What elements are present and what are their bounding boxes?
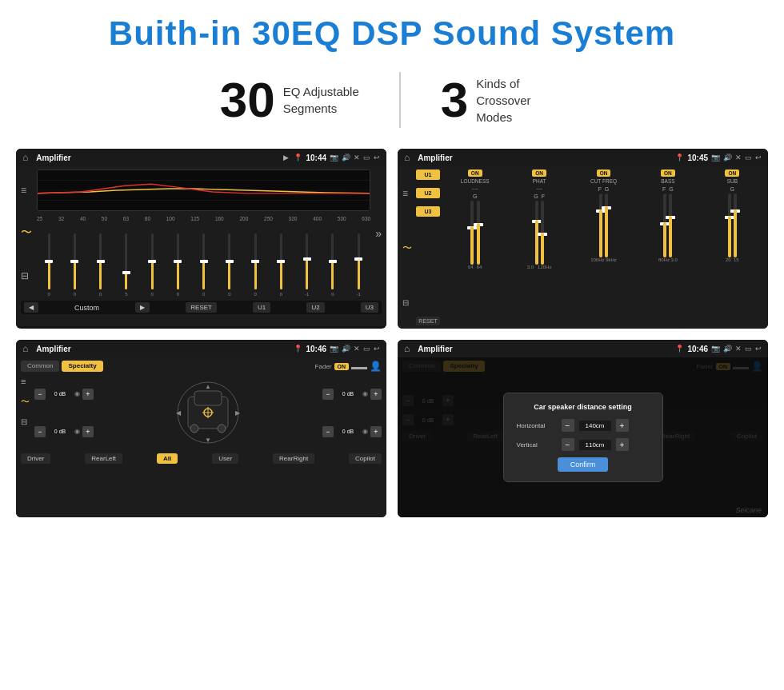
window-icon-3[interactable]: ▭ — [363, 345, 370, 353]
volume-down-icon[interactable]: ⊟ — [21, 270, 32, 281]
reset-btn[interactable]: RESET — [186, 302, 217, 313]
home-icon-3[interactable]: ⌂ — [22, 343, 28, 354]
u2-btn[interactable]: U2 — [306, 302, 324, 313]
phat-on-badge[interactable]: ON — [532, 170, 546, 177]
db-ctrl-left-top: − 0 dB ◉ + — [34, 389, 94, 400]
vertical-minus[interactable]: − — [562, 438, 574, 451]
eq-slider-4[interactable]: 0 — [140, 233, 164, 297]
cutfreq-slider1[interactable] — [599, 193, 602, 257]
cutfreq-on-badge[interactable]: ON — [597, 170, 611, 177]
back-icon-2[interactable]: ↩ — [755, 154, 762, 162]
btn-copilot-3[interactable]: Copilot — [349, 453, 382, 464]
eq-slider-12[interactable]: -1 — [346, 233, 370, 297]
sub-on-badge[interactable]: ON — [725, 170, 739, 177]
bass-on-badge[interactable]: ON — [661, 170, 675, 177]
db-plus-lb[interactable]: + — [82, 426, 94, 437]
stat-crossover-label: Kinds ofCrossover Modes — [476, 75, 564, 126]
status-icons-1: 📍 10:44 📷 🔊 ✕ ▭ ↩ — [294, 154, 380, 162]
home-icon-4[interactable]: ⌂ — [404, 343, 410, 354]
eq-slider-3[interactable]: 5 — [114, 233, 138, 297]
db-plus-lt[interactable]: + — [82, 389, 94, 400]
db-plus-rb[interactable]: + — [370, 426, 382, 437]
prev-btn[interactable]: ◀ — [24, 302, 38, 313]
vol-ctrl-icon[interactable]: ⊟ — [402, 298, 412, 307]
bass-slider2[interactable] — [669, 193, 672, 257]
vol-icon-3[interactable]: ⊟ — [21, 417, 30, 426]
back-icon-3[interactable]: ↩ — [374, 345, 380, 353]
window-icon[interactable]: ▭ — [363, 154, 370, 162]
eq-slider-0[interactable]: 0 — [37, 233, 61, 297]
db-minus-rt[interactable]: − — [322, 389, 334, 400]
window-icon-2[interactable]: ▭ — [745, 154, 752, 162]
btn-rearright[interactable]: RearRight — [273, 453, 314, 464]
u1-crossover-btn[interactable]: U1 — [416, 170, 440, 180]
back-icon[interactable]: ↩ — [374, 154, 380, 162]
eq-icon-2[interactable]: ≡ — [402, 188, 412, 199]
u3-btn[interactable]: U3 — [361, 302, 378, 313]
cutfreq-slider2[interactable] — [605, 193, 608, 257]
db-plus-rt[interactable]: + — [370, 389, 382, 400]
horizontal-value: 140cm — [579, 421, 611, 431]
db-minus-lb[interactable]: − — [34, 426, 46, 437]
close-icon-2[interactable]: ✕ — [735, 154, 742, 162]
phat-slider2[interactable] — [541, 201, 544, 265]
window-icon-4[interactable]: ▭ — [745, 345, 752, 353]
confirm-button[interactable]: Confirm — [558, 457, 609, 472]
loudness-slider1[interactable] — [470, 201, 474, 265]
eq-slider-8[interactable]: 0 — [243, 233, 267, 297]
horizontal-plus[interactable]: + — [616, 419, 629, 432]
screen3-time: 10:46 — [306, 345, 326, 353]
sub-slider2[interactable] — [734, 193, 737, 257]
record-icon: ▶ — [283, 154, 289, 162]
loudness-on-badge[interactable]: ON — [468, 170, 482, 177]
eq-slider-11[interactable]: 0 — [321, 233, 345, 297]
home-icon-2[interactable]: ⌂ — [404, 152, 410, 163]
tab-common-3[interactable]: Common — [21, 361, 59, 372]
stat-eq-number: 30 — [220, 75, 275, 125]
u3-crossover-btn[interactable]: U3 — [416, 206, 440, 217]
fader-on-badge-3[interactable]: ON — [334, 363, 350, 370]
btn-user-3[interactable]: User — [212, 453, 238, 464]
svg-text:▲: ▲ — [205, 383, 211, 390]
wave-icon-3[interactable]: 〜 — [21, 396, 30, 408]
location-icon: 📍 — [294, 154, 302, 162]
btn-rearleft[interactable]: RearLeft — [85, 453, 122, 464]
close-icon[interactable]: ✕ — [354, 154, 360, 162]
wave-icon[interactable]: 〜 — [21, 225, 32, 240]
eq-slider-6[interactable]: 0 — [192, 233, 216, 297]
eq-slider-2[interactable]: 0 — [89, 233, 113, 297]
eq-slider-10[interactable]: -1 — [295, 233, 319, 297]
eq-icon[interactable]: ≡ — [21, 185, 32, 196]
home-icon[interactable]: ⌂ — [22, 152, 28, 163]
db-minus-lt[interactable]: − — [34, 389, 46, 400]
bass-slider1[interactable] — [663, 193, 666, 257]
eq-slider-9[interactable]: 0 — [269, 233, 293, 297]
sub-slider1[interactable] — [728, 193, 731, 257]
horizontal-minus[interactable]: − — [562, 419, 574, 432]
loudness-slider2[interactable] — [477, 201, 480, 265]
status-bar-3: ⌂ Amplifier 📍 10:46 📷 🔊 ✕ ▭ ↩ — [16, 340, 386, 357]
btn-driver[interactable]: Driver — [21, 453, 50, 464]
vertical-plus[interactable]: + — [616, 438, 629, 451]
tab-specialty-3[interactable]: Specialty — [62, 361, 102, 372]
reset-crossover-btn[interactable]: RESET — [416, 317, 440, 325]
close-icon-3[interactable]: ✕ — [354, 345, 360, 353]
back-icon-4[interactable]: ↩ — [755, 345, 762, 353]
db-minus-rb[interactable]: − — [322, 426, 334, 437]
eq-slider-1[interactable]: 0 — [62, 233, 86, 297]
play-btn[interactable]: ▶ — [135, 302, 150, 313]
eq-slider-7[interactable]: 0 — [218, 233, 242, 297]
fader-slider-3[interactable]: ▬▬ — [351, 362, 367, 371]
sub-label: SUB — [727, 178, 738, 184]
btn-all[interactable]: All — [157, 453, 178, 464]
eq-icon-3[interactable]: ≡ — [21, 377, 30, 386]
eq-screen-content: ≡ 〜 ⊟ — [16, 166, 386, 326]
u1-btn[interactable]: U1 — [253, 302, 270, 313]
wave-icon-2[interactable]: 〜 — [402, 241, 412, 255]
bass-vals: 80Hz 3.0 — [658, 257, 678, 262]
status-bar-4: ⌂ Amplifier 📍 10:46 📷 🔊 ✕ ▭ ↩ — [398, 340, 768, 357]
u2-crossover-btn[interactable]: U2 — [416, 188, 440, 198]
camera-icon-3: 📷 — [330, 345, 338, 353]
eq-slider-5[interactable]: 0 — [166, 233, 190, 297]
close-icon-4[interactable]: ✕ — [735, 345, 742, 353]
